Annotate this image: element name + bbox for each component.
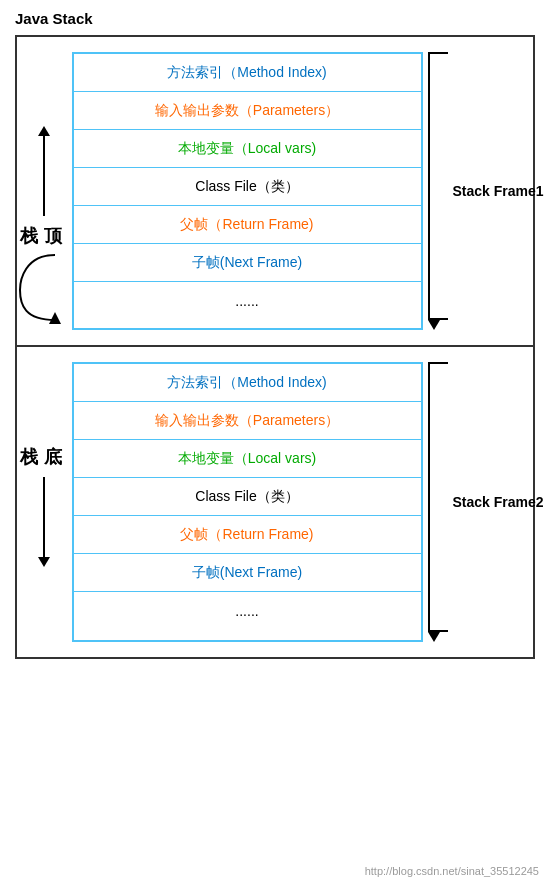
frame-row: 本地变量（Local vars) [74,440,421,478]
main-box: 栈顶 方法索引（Method Index)输入输出参数（Parameters）本… [15,35,535,659]
frame-row: 输入输出参数（Parameters） [74,92,421,130]
watermark: http://blog.csdn.net/sinat_35512245 [365,865,539,877]
arrow-down-line2 [43,477,45,557]
bracket2-arrow-head [428,632,440,642]
frame1-bracket [428,52,448,330]
frame-row: Class File（类） [74,168,421,206]
outer-container: Java Stack 栈顶 方法索引（Method Index)输入输出参数（P… [0,0,549,882]
frame-row: 方法索引（Method Index) [74,364,421,402]
frame-row: 输入输出参数（Parameters） [74,402,421,440]
frame1-table: 方法索引（Method Index)输入输出参数（Parameters）本地变量… [72,52,423,330]
frame2-table: 方法索引（Method Index)输入输出参数（Parameters）本地变量… [72,362,423,642]
arrow-down-head2 [38,557,50,567]
frame-row: 子帧(Next Frame) [74,554,421,592]
frame-row: 子帧(Next Frame) [74,244,421,282]
bracket2-vert [428,364,430,630]
frame-row: ...... [74,282,421,320]
stack-bottom-section: 栈底 [17,357,72,647]
page-title: Java Stack [15,10,539,27]
bracket-top [428,52,448,54]
svg-marker-0 [49,312,61,324]
frame2-bracket [428,362,448,642]
frame1-label: Stack Frame1 [453,183,544,199]
stack-bottom-label: 栈底 [20,445,68,469]
bracket2-top [428,362,448,364]
frame2-label-wrapper: Stack Frame2 [423,357,533,647]
frame1-label-wrapper: Stack Frame1 [423,47,533,335]
top-half: 栈顶 方法索引（Method Index)输入输出参数（Parameters）本… [17,37,533,347]
curved-arrow [15,250,75,330]
arrow-up-head [38,126,50,136]
arrow-up-line [43,136,45,216]
frame-row: 本地变量（Local vars) [74,130,421,168]
bracket-vert [428,54,430,318]
frame-row: Class File（类） [74,478,421,516]
bracket-arrow-head [428,320,440,330]
frame-row: 父帧（Return Frame) [74,206,421,244]
frame-row: 方法索引（Method Index) [74,54,421,92]
frame-row: ...... [74,592,421,630]
frame-row: 父帧（Return Frame) [74,516,421,554]
frame2-label: Stack Frame2 [453,494,544,510]
stack-top-label: 栈顶 [20,224,68,248]
bottom-half: 栈底 方法索引（Method Index)输入输出参数（Parameters）本… [17,347,533,657]
